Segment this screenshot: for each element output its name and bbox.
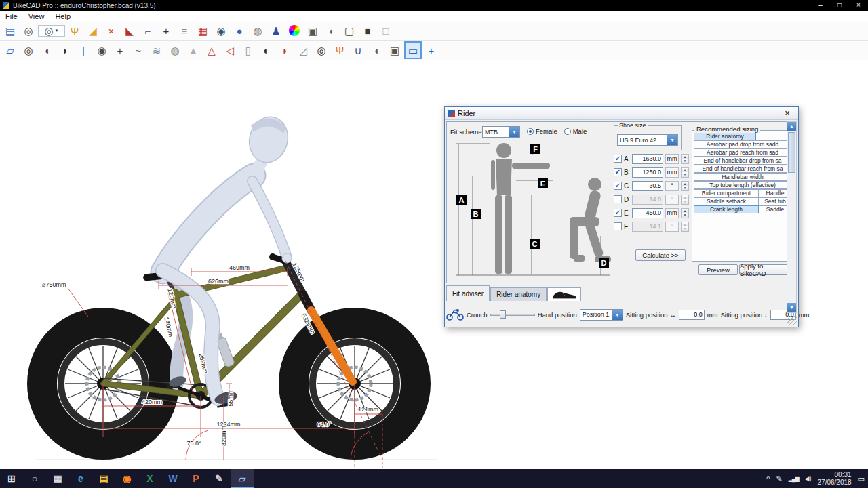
- close-icon[interactable]: ×: [849, 0, 868, 11]
- dialog-scrollbar[interactable]: ▲ ▼: [787, 121, 797, 313]
- measurement-value[interactable]: 30.5: [632, 181, 663, 191]
- measurement-spinner[interactable]: ▲▼: [681, 208, 689, 218]
- measurement-checkbox[interactable]: ✔: [614, 155, 622, 163]
- light-icon[interactable]: ◐▼: [258, 41, 275, 59]
- chain-icon[interactable]: ≋▼: [148, 41, 165, 59]
- sizing-button[interactable]: Aerobar pad drop from sadd: [694, 140, 788, 148]
- sizing-button[interactable]: Handle: [759, 189, 788, 197]
- preview-button[interactable]: Preview: [698, 264, 738, 275]
- start-icon[interactable]: ⊞: [0, 469, 23, 488]
- apply-to-bikecad-button[interactable]: Apply to BikeCAD: [739, 264, 788, 275]
- powerpoint-icon[interactable]: P: [184, 469, 208, 488]
- sizing-button[interactable]: Saddle setback: [694, 197, 759, 205]
- dialog-title-bar[interactable]: Rider ×: [445, 107, 798, 120]
- shoe-size-select[interactable]: US 9 Euro 42 ▼: [617, 134, 678, 146]
- crouch-slider[interactable]: [490, 310, 535, 319]
- minimize-icon[interactable]: –: [811, 0, 830, 11]
- male-radio[interactable]: Male: [564, 127, 587, 135]
- wheel-style-icon[interactable]: ◎▼: [38, 25, 65, 37]
- measurement-spinner[interactable]: ▲▼: [681, 195, 689, 205]
- scroll-up-icon[interactable]: ▲: [787, 122, 796, 131]
- taskbar-clock[interactable]: 00:31 27/06/2018: [818, 471, 852, 486]
- photo-view-icon[interactable]: ◉▼: [212, 22, 230, 39]
- measurement-value[interactable]: 14.1: [632, 222, 663, 232]
- resize-grip[interactable]: [787, 316, 797, 325]
- pump-icon[interactable]: Ψ▼: [66, 22, 83, 39]
- new-window-icon[interactable]: □▼: [377, 22, 395, 39]
- shifter-icon[interactable]: ◖▼: [368, 41, 385, 59]
- word-icon[interactable]: W: [161, 469, 184, 488]
- network-icon[interactable]: ▂▄▆: [789, 476, 799, 482]
- bottom-bracket-icon[interactable]: ◉▼: [93, 41, 111, 59]
- mouse-settings-icon[interactable]: ◖▼: [322, 22, 340, 39]
- measurement-checkbox[interactable]: ✔: [614, 182, 622, 190]
- sizing-button[interactable]: End of handlebar reach from sa: [694, 165, 788, 173]
- notification-center-icon[interactable]: ▭: [858, 474, 865, 483]
- paint-scheme-icon[interactable]: ▦▼: [194, 22, 212, 39]
- seatpost-icon[interactable]: |▼: [75, 41, 92, 59]
- sizing-button[interactable]: Rider anatomy: [694, 132, 756, 140]
- notes-icon[interactable]: ≡▼: [176, 22, 193, 39]
- sizing-button[interactable]: Crank length: [694, 205, 759, 214]
- task-view-icon[interactable]: ▦: [46, 469, 69, 488]
- sizing-button[interactable]: Handlebar width: [694, 173, 788, 181]
- frame-rear-triangle-icon[interactable]: ◁▼: [221, 41, 239, 59]
- tab-shoe[interactable]: [547, 287, 581, 301]
- add-component-icon[interactable]: +▼: [422, 41, 440, 59]
- bikecad-icon[interactable]: ▱: [231, 469, 254, 488]
- monitor-icon[interactable]: ▢▼: [340, 22, 358, 39]
- tire-icon[interactable]: ◖▼: [38, 41, 56, 59]
- flag-icon[interactable]: ◿▼: [294, 41, 312, 59]
- scroll-thumb[interactable]: [788, 132, 795, 173]
- cutters-icon[interactable]: ×▼: [102, 22, 120, 39]
- fit-scheme-select[interactable]: MTB ▼: [482, 126, 520, 138]
- sizing-button[interactable]: Seat tub: [759, 197, 788, 205]
- measurement-value[interactable]: 14.0: [632, 195, 663, 205]
- frame-outline-icon[interactable]: ▭▼: [404, 41, 422, 59]
- sizing-button[interactable]: End of handlebar drop from sa: [694, 157, 788, 165]
- new-drawing-icon[interactable]: ▤▼: [1, 22, 19, 39]
- render-view-icon[interactable]: ●▼: [231, 22, 248, 39]
- measurement-value[interactable]: 450.0: [632, 208, 663, 218]
- sizing-button[interactable]: Aerobar pad reach from sad: [694, 148, 788, 157]
- tab-fit-adviser[interactable]: Fit adviser: [446, 285, 490, 301]
- female-radio[interactable]: Female: [527, 127, 557, 135]
- brake-caliper-icon[interactable]: ∪▼: [349, 41, 367, 59]
- bottle-icon[interactable]: ▯▼: [239, 41, 257, 59]
- crank-tool-icon[interactable]: +▼: [157, 22, 175, 39]
- stem-tool-icon[interactable]: ⌐▼: [139, 22, 157, 39]
- menu-item[interactable]: View: [23, 12, 50, 20]
- measurement-checkbox[interactable]: ✔: [614, 209, 622, 217]
- measurement-checkbox[interactable]: ✔: [614, 222, 622, 230]
- tray-chevron-icon[interactable]: ^: [766, 474, 770, 483]
- sitting-horizontal-input[interactable]: [679, 310, 705, 320]
- measurement-checkbox[interactable]: ✔: [614, 195, 622, 203]
- title-bar[interactable]: BikeCAD Pro :: enduroChristopher.bcad (v…: [0, 0, 868, 11]
- rider-fit-icon[interactable]: ♟▼: [267, 22, 285, 39]
- disc-wheel-icon[interactable]: ◎▼: [313, 41, 330, 59]
- tab-rider-anatomy[interactable]: Rider anatomy: [490, 287, 547, 301]
- dialog-close-icon[interactable]: ×: [779, 107, 795, 119]
- search-icon[interactable]: ○: [23, 469, 46, 488]
- hand-position-select[interactable]: Position 1 ▼: [580, 309, 623, 321]
- wheel-icon[interactable]: ◎▼: [20, 22, 37, 39]
- dark-component-icon[interactable]: ■▼: [359, 22, 376, 39]
- measurement-checkbox[interactable]: ✔: [614, 168, 622, 176]
- menu-item[interactable]: Help: [50, 12, 76, 20]
- headset-cone-icon[interactable]: ▲▼: [184, 41, 202, 59]
- frame-front-triangle-icon[interactable]: △▼: [203, 41, 220, 59]
- measurement-spinner[interactable]: ▲▼: [681, 181, 689, 191]
- measurement-spinner[interactable]: ▲▼: [681, 154, 689, 164]
- hub-3d-icon[interactable]: ▣▼: [386, 41, 403, 59]
- crankset-icon[interactable]: +▼: [111, 41, 129, 59]
- export-model-icon[interactable]: ◍▼: [249, 22, 267, 39]
- scroll-down-icon[interactable]: ▼: [787, 303, 796, 312]
- pen-icon[interactable]: ✎: [776, 474, 782, 483]
- excel-icon[interactable]: X: [138, 469, 161, 488]
- fork-icon[interactable]: Ψ▼: [331, 41, 349, 59]
- front-derailleur-icon[interactable]: ~▼: [130, 41, 147, 59]
- slider-thumb[interactable]: [500, 310, 506, 319]
- file-explorer-icon[interactable]: ▤: [92, 469, 115, 488]
- measurement-value[interactable]: 1250.0: [632, 167, 663, 178]
- paint-icon[interactable]: ✎: [208, 469, 231, 488]
